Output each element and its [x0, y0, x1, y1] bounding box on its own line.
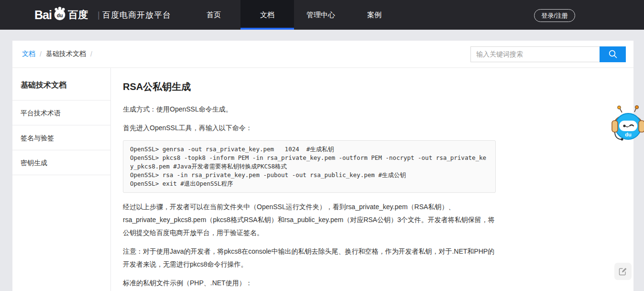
page-title: RSA公私钥生成	[123, 80, 496, 93]
brand-title: 百度电商开放平台	[102, 10, 171, 21]
nav-item-console[interactable]: 管理中心	[294, 0, 348, 30]
search-icon	[608, 49, 618, 59]
para-generation-method: 生成方式：使用OpenSSL命令生成。	[123, 103, 496, 116]
logo-text-cn: 百度	[68, 8, 88, 22]
baidu-logo[interactable]: Bai du 百度	[34, 0, 88, 30]
content-row: 基础技术文档 平台技术术语 签名与验签 密钥生成 RSA公私钥生成 生成方式：使…	[12, 68, 633, 291]
nav-item-cases[interactable]: 案例	[348, 0, 401, 30]
breadcrumb-link-docs[interactable]: 文档	[22, 50, 35, 58]
page-container: 文档 / 基础技术文档 / 基础技术文档 平台技术术语 签名与验签 密钥生成 R…	[12, 41, 633, 291]
du-robot-assistant[interactable]: du	[611, 105, 644, 145]
brand-divider: |	[98, 10, 100, 20]
svg-text:du: du	[625, 132, 631, 137]
sidebar-item-terms[interactable]: 平台技术术语	[12, 101, 110, 125]
search-button[interactable]	[600, 46, 626, 62]
edit-pencil-icon	[619, 267, 627, 276]
baidu-paw-icon: du	[52, 6, 67, 22]
nav-item-home[interactable]: 首页	[187, 0, 240, 30]
top-navbar: Bai du 百度 | 百度电商开放平台 首页 文档 管理中心 案例 登录/注册	[0, 0, 644, 30]
doc-main: RSA公私钥生成 生成方式：使用OpenSSL命令生成。 首先进入OpenSSL…	[111, 68, 496, 291]
main-nav: 首页 文档 管理中心 案例	[187, 0, 401, 30]
logo-text-bai: Bai	[34, 8, 52, 22]
breadcrumb-separator: /	[40, 50, 42, 58]
para-java-note: 注意：对于使用Java的开发者，将pkcs8在console中输出的私钥去除头尾…	[123, 245, 496, 271]
svg-text:du: du	[57, 13, 63, 18]
breadcrumb: 文档 / 基础技术文档 /	[22, 50, 92, 58]
breadcrumb-current[interactable]: 基础技术文档	[46, 50, 86, 58]
para-openssl-intro: 首先进入OpenSSL工具，再输入以下命令：	[123, 122, 496, 134]
code-line: OpenSSL> genrsa -out rsa_private_key.pem…	[130, 145, 489, 154]
sidebar-item-signing[interactable]: 签名与验签	[12, 125, 110, 150]
breadcrumb-trailing-separator: /	[90, 50, 92, 58]
para-key-example-label: 标准的私钥文件示例（PHP、.NET使用）：	[123, 277, 496, 290]
docs-sidebar: 基础技术文档 平台技术术语 签名与验签 密钥生成	[12, 68, 111, 291]
feedback-edit-button[interactable]	[614, 263, 632, 280]
robot-mascot-icon: du	[611, 105, 644, 145]
breadcrumb-row: 文档 / 基础技术文档 /	[12, 41, 633, 68]
code-block-openssl-commands: OpenSSL> genrsa -out rsa_private_key.pem…	[123, 140, 496, 193]
search-box	[470, 46, 626, 62]
login-register-button[interactable]: 登录/注册	[534, 9, 575, 22]
search-input[interactable]	[470, 46, 600, 62]
nav-item-docs[interactable]: 文档	[240, 0, 294, 30]
sidebar-item-keygen[interactable]: 密钥生成	[12, 150, 110, 175]
code-line: OpenSSL> rsa -in rsa_private_key.pem -pu…	[130, 171, 489, 179]
code-line: OpenSSL> exit #退出OpenSSL程序	[130, 179, 489, 188]
code-line: OpenSSL> pkcs8 -topk8 -inform PEM -in rs…	[130, 154, 489, 171]
sidebar-title: 基础技术文档	[12, 68, 110, 101]
para-steps-result: 经过以上步骤，开发者可以在当前文件夹中（OpenSSL运行文件夹），看到rsa_…	[123, 201, 496, 239]
